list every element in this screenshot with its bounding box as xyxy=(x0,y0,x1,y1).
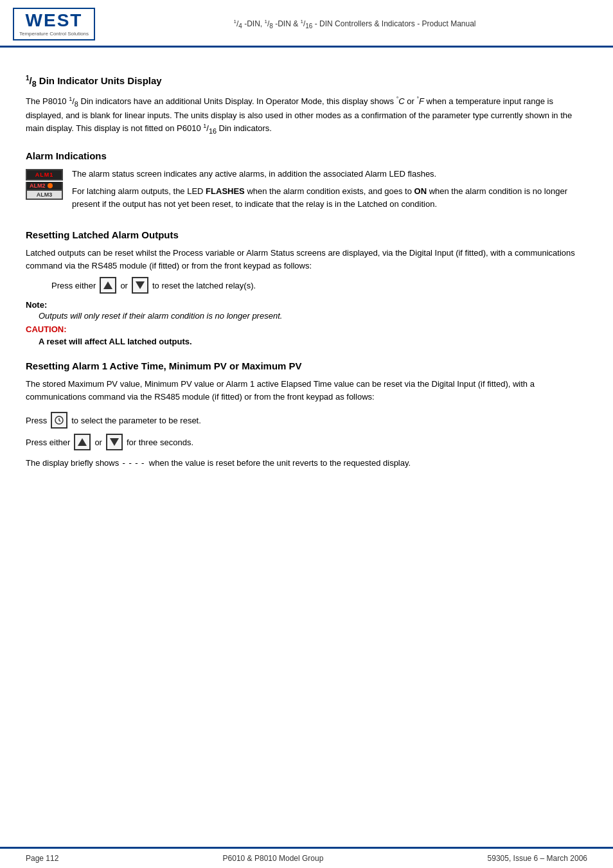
logo-tagline: Temperature Control Solutions xyxy=(19,31,89,37)
line3-pre: The display briefly shows xyxy=(26,458,119,468)
triangle-up-icon-2 xyxy=(78,438,87,446)
logo-area: WEST Temperature Control Solutions xyxy=(13,8,116,40)
caution-label: CAUTION: xyxy=(26,324,587,334)
section3-heading: Resetting Latched Alarm Outputs xyxy=(26,229,587,240)
alm1-display: ALM1 xyxy=(26,169,63,181)
footer-left: Page 112 xyxy=(26,854,58,863)
footer-right: 59305, Issue 6 – March 2006 xyxy=(488,854,587,863)
line2-post: for three seconds. xyxy=(127,438,193,447)
alarm-text: The alarm status screen indicates any ac… xyxy=(72,168,587,216)
line3-post: when the value is reset before the unit … xyxy=(149,458,411,468)
section1-heading: 1/8 Din Indicator Units Display xyxy=(26,75,587,89)
triangle-up-icon xyxy=(103,281,112,289)
header-title: 1/4 -DIN, 1/8 -DIN & 1/16 - DIN Controll… xyxy=(116,19,594,30)
section4-para: The stored Maximum PV value, Minimum PV … xyxy=(26,378,587,403)
section2-heading: Alarm Indications xyxy=(26,150,587,161)
line2-pre: Press either xyxy=(26,438,70,447)
scroll-button[interactable] xyxy=(51,412,67,429)
alm2-display: ALM2 xyxy=(26,182,63,191)
alarm-text2: For latching alarm outputs, the LED FLAS… xyxy=(72,185,587,210)
note-label: Note: xyxy=(26,300,587,310)
section4-line3: The display briefly shows ---- when the … xyxy=(26,457,587,470)
triangle-down-icon xyxy=(136,281,145,289)
down-button-2[interactable] xyxy=(106,434,123,450)
down-button[interactable] xyxy=(132,277,148,294)
line1-pre: Press xyxy=(26,416,47,425)
header: WEST Temperature Control Solutions 1/4 -… xyxy=(0,0,613,48)
section4-heading: Resetting Alarm 1 Active Time, Minimum P… xyxy=(26,360,587,371)
footer-center: P6010 & P8010 Model Group xyxy=(223,854,324,863)
alm2-text: ALM2 xyxy=(30,182,46,189)
press-latched-line: Press either or to reset the latched rel… xyxy=(51,277,587,294)
press-either-line: Press either or for three seconds. xyxy=(26,434,587,450)
page: WEST Temperature Control Solutions 1/4 -… xyxy=(0,0,613,868)
alm2-led xyxy=(48,183,53,188)
section1-para: The P8010 1/8 Din indicators have an add… xyxy=(26,95,587,136)
triangle-down-icon-2 xyxy=(110,438,119,446)
dashes-display: ---- xyxy=(121,458,147,468)
logo-box: WEST Temperature Control Solutions xyxy=(13,8,95,40)
press-select-line: Press to select the parameter to be rese… xyxy=(26,412,587,429)
line2-or: or xyxy=(94,438,102,447)
press-text: Press either xyxy=(51,281,96,290)
logo-text: WEST xyxy=(26,12,83,30)
alarm-text1: The alarm status screen indicates any ac… xyxy=(72,168,587,181)
scroll-icon xyxy=(54,415,64,425)
up-button-2[interactable] xyxy=(74,434,91,450)
or-text: or xyxy=(120,281,128,290)
alarm-image: ALM1 ALM2 ALM3 xyxy=(26,169,63,200)
note-text: Outputs will only reset if their alarm c… xyxy=(39,311,587,321)
section3-para: Latched outputs can be reset whilst the … xyxy=(26,247,587,272)
up-button[interactable] xyxy=(100,277,116,294)
alarm-row: ALM1 ALM2 ALM3 The alarm status screen i… xyxy=(26,168,587,216)
footer: Page 112 P6010 & P8010 Model Group 59305… xyxy=(0,847,613,868)
press-end: to reset the latched relay(s). xyxy=(152,281,256,290)
content: 1/8 Din Indicator Units Display The P801… xyxy=(0,48,613,847)
caution-text: A reset will affect ALL latched outputs. xyxy=(39,337,587,346)
alm3-display: ALM3 xyxy=(26,191,63,200)
line1-post: to select the parameter to be reset. xyxy=(71,416,201,425)
